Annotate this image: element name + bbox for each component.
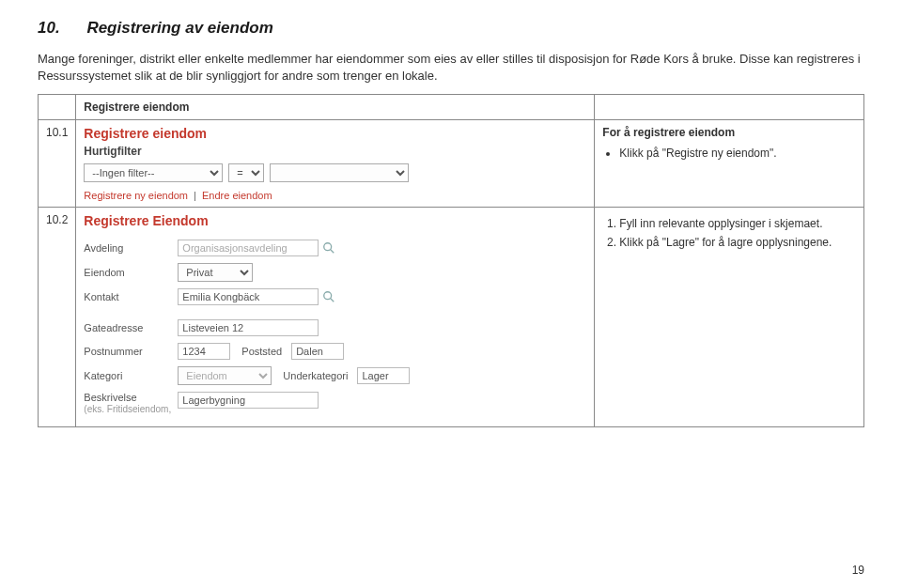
table-header-row: Registrere eiendom xyxy=(39,95,864,120)
table-header-cell: Registrere eiendom xyxy=(76,95,595,120)
underkategori-label: Underkategori xyxy=(283,370,348,381)
form-title: Registrere Eiendom xyxy=(84,213,586,228)
table-row: 10.1 Registrere eiendom Hurtigfilter --I… xyxy=(39,120,864,208)
action-links: Registrere ny eiendom | Endre eiendom xyxy=(84,190,586,201)
search-icon[interactable] xyxy=(322,241,335,255)
step-number: 10.1 xyxy=(39,120,76,208)
kategori-select[interactable]: Eiendom xyxy=(178,366,272,385)
instruction-list: Fyll inn relevante opplysinger i skjemae… xyxy=(619,217,856,249)
filter-value-select[interactable] xyxy=(270,163,409,182)
filter-operator-select[interactable]: = xyxy=(228,163,264,182)
intro-paragraph: Mange foreninger, distrikt eller enkelte… xyxy=(38,51,864,85)
kontakt-label: Kontakt xyxy=(84,291,178,302)
form-subtitle: Hurtigfilter xyxy=(84,145,586,158)
filter-row: --Ingen filter-- = xyxy=(84,163,586,182)
eiendom-select[interactable]: Privat xyxy=(178,263,253,282)
form-row-kategori: Kategori Eiendom Underkategori xyxy=(84,366,586,385)
heading-number: 10. xyxy=(38,19,60,37)
instruction-item: Klikk på "Registre ny eiendom". xyxy=(619,147,856,160)
screenshot-cell: Registrere eiendom Hurtigfilter --Ingen … xyxy=(76,120,595,208)
form-row-gateadresse: Gateadresse xyxy=(84,319,586,336)
poststed-input[interactable] xyxy=(291,343,344,360)
instruction-item: Fyll inn relevante opplysinger i skjemae… xyxy=(619,217,856,230)
instruction-table: Registrere eiendom 10.1 Registrere eiend… xyxy=(38,94,864,427)
separator: | xyxy=(194,190,196,201)
edit-link[interactable]: Endre eiendom xyxy=(202,190,272,201)
svg-point-2 xyxy=(324,292,332,300)
instruction-cell: For å registrere eiendom Klikk på "Regis… xyxy=(595,120,864,208)
beskrivelse-input[interactable] xyxy=(178,392,319,409)
gateadresse-label: Gateadresse xyxy=(84,322,178,333)
page-number: 19 xyxy=(852,564,864,577)
postnummer-input[interactable] xyxy=(178,343,230,360)
form-row-avdeling: Avdeling xyxy=(84,240,586,256)
kategori-label: Kategori xyxy=(84,370,178,381)
form-title: Registrere eiendom xyxy=(84,126,586,141)
avdeling-label: Avdeling xyxy=(84,242,178,254)
avdeling-input[interactable] xyxy=(178,240,319,256)
heading-text: Registrering av eiendom xyxy=(86,19,272,37)
instruction-item: Klikk på "Lagre" for å lagre opplysninge… xyxy=(619,236,856,249)
form-row-postnummer: Postnummer Poststed xyxy=(84,343,586,360)
filter-select[interactable]: --Ingen filter-- xyxy=(84,163,223,182)
underkategori-input[interactable] xyxy=(357,367,410,384)
form-row-beskrivelse: Beskrivelse (eks. Fritidseiendom, xyxy=(84,392,586,414)
search-icon[interactable] xyxy=(322,290,335,303)
svg-line-1 xyxy=(331,250,334,254)
gateadresse-input[interactable] xyxy=(178,319,319,336)
eiendom-label: Eiendom xyxy=(84,267,178,278)
table-row: 10.2 Registrere Eiendom Avdeling Eiendom… xyxy=(39,208,864,427)
register-new-link[interactable]: Registrere ny eiendom xyxy=(84,190,188,201)
poststed-label: Poststed xyxy=(241,346,282,357)
screenshot-cell: Registrere Eiendom Avdeling Eiendom Priv… xyxy=(76,208,595,427)
step-number: 10.2 xyxy=(39,208,76,427)
svg-point-0 xyxy=(324,243,332,251)
kontakt-input[interactable] xyxy=(178,288,319,305)
form-row-eiendom: Eiendom Privat xyxy=(84,263,586,282)
form-row-kontakt: Kontakt xyxy=(84,288,586,305)
section-heading: 10. Registrering av eiendom xyxy=(38,19,864,38)
svg-line-3 xyxy=(331,299,334,302)
instruction-title: For å registrere eiendom xyxy=(602,126,856,139)
instruction-list: Klikk på "Registre ny eiendom". xyxy=(619,147,856,160)
postnummer-label: Postnummer xyxy=(84,346,178,357)
instruction-cell: Fyll inn relevante opplysinger i skjemae… xyxy=(595,208,864,427)
beskrivelse-label: Beskrivelse (eks. Fritidseiendom, xyxy=(84,392,178,414)
